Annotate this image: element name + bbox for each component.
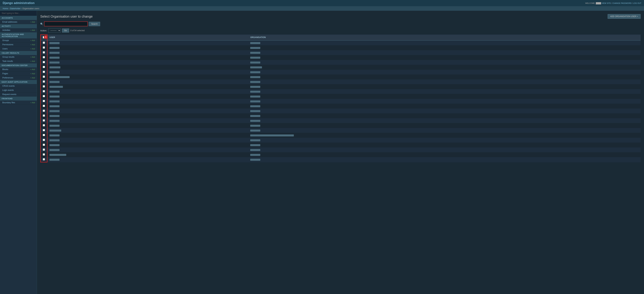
go-button[interactable]: Go (62, 28, 69, 32)
table-row[interactable] (40, 75, 641, 79)
login-events-link[interactable]: Login events (2, 89, 14, 91)
breadcrumb-home[interactable]: Home (3, 7, 8, 10)
table-row[interactable] (40, 79, 641, 84)
row-checkbox[interactable] (43, 139, 45, 141)
users-link[interactable]: Users (2, 48, 8, 50)
sidebar-item-blocks[interactable]: Blocks + Add (0, 67, 37, 72)
table-row[interactable] (40, 55, 641, 60)
email-addresses-link[interactable]: Email addresses (2, 21, 17, 23)
request-events-link[interactable]: Request events (2, 93, 16, 95)
users-add[interactable]: + Add (30, 48, 35, 50)
row-checkbox[interactable] (43, 153, 45, 156)
table-row[interactable] (40, 113, 641, 118)
row-checkbox[interactable] (43, 90, 45, 92)
crud-events-link[interactable]: CRUD events (2, 85, 14, 87)
boundary-files-add[interactable]: + Add (30, 102, 35, 104)
log-out-link[interactable]: LOG OUT (633, 2, 641, 4)
table-row[interactable] (40, 65, 641, 70)
task-results-link[interactable]: Task results (2, 60, 13, 62)
sidebar-item-email-addresses[interactable]: Email addresses + Add (0, 20, 37, 24)
sidebar-item-activities[interactable]: Activities + Add (0, 28, 37, 32)
select-all-header[interactable]: 1 (40, 35, 47, 40)
blocks-link[interactable]: Blocks (2, 68, 8, 71)
action-select[interactable]: --------- (48, 28, 61, 33)
table-row[interactable] (40, 99, 641, 104)
group-results-link[interactable]: Group results (2, 56, 14, 58)
sidebar-item-boundary-files[interactable]: Boundary files + Add (0, 101, 37, 105)
table-row[interactable] (40, 128, 641, 133)
row-checkbox[interactable] (43, 46, 45, 49)
table-row[interactable] (40, 118, 641, 123)
row-checkbox[interactable] (43, 61, 45, 63)
row-checkbox[interactable] (43, 158, 45, 160)
add-organisation-user-button[interactable]: ADD ORGANISATION USER + (608, 14, 641, 19)
table-row[interactable] (40, 60, 641, 65)
pages-link[interactable]: Pages (2, 72, 8, 75)
row-checkbox[interactable] (43, 114, 45, 117)
row-checkbox[interactable] (43, 124, 45, 126)
activities-add[interactable]: + Add (30, 29, 35, 31)
row-checkbox[interactable] (43, 85, 45, 87)
row-checkbox[interactable] (43, 105, 45, 107)
blocks-add[interactable]: + Add (30, 68, 35, 70)
table-row[interactable] (40, 143, 641, 148)
row-checkbox[interactable] (43, 95, 45, 97)
table-row[interactable] (40, 133, 641, 138)
sidebar-filter-input[interactable] (0, 11, 37, 16)
search-input[interactable] (44, 21, 88, 26)
row-checkbox[interactable] (43, 80, 45, 83)
permissions-link[interactable]: Permissions (2, 43, 13, 46)
table-row[interactable] (40, 123, 641, 128)
sidebar-item-pages[interactable]: Pages + Add (0, 72, 37, 76)
table-row[interactable] (40, 40, 641, 45)
table-row[interactable] (40, 70, 641, 75)
groups-link[interactable]: Groups (2, 39, 9, 41)
row-checkbox[interactable] (43, 144, 45, 146)
row-checkbox[interactable] (43, 110, 45, 112)
row-checkbox[interactable] (43, 51, 45, 53)
groups-add[interactable]: + Add (30, 39, 35, 41)
search-button[interactable]: Search (89, 22, 100, 26)
table-row[interactable] (40, 138, 641, 143)
row-checkbox[interactable] (43, 66, 45, 68)
permissions-add[interactable]: + Add (30, 43, 35, 46)
row-checkbox[interactable] (43, 71, 45, 73)
table-row[interactable] (40, 94, 641, 99)
sidebar-item-crud-events[interactable]: CRUD events (0, 84, 37, 88)
change-password-link[interactable]: CHANGE PASSWORD (612, 2, 632, 4)
row-checkbox[interactable] (43, 56, 45, 58)
email-addresses-add[interactable]: + Add (30, 21, 35, 23)
breadcrumb-stakeholder[interactable]: Stakeholder (10, 7, 21, 10)
sidebar-item-users[interactable]: Users + Add (0, 47, 37, 51)
organisation-column-header[interactable]: ORGANISATION (248, 35, 641, 40)
sidebar-item-groups[interactable]: Groups + Add (0, 38, 37, 42)
task-results-add[interactable]: + Add (30, 60, 35, 62)
user-column-header[interactable]: USER (47, 35, 248, 40)
row-checkbox[interactable] (43, 119, 45, 122)
sidebar-item-permissions[interactable]: Permissions + Add (0, 42, 37, 47)
table-row[interactable] (40, 148, 641, 152)
table-row[interactable] (40, 152, 641, 157)
row-checkbox[interactable] (43, 41, 45, 44)
sidebar-item-group-results[interactable]: Group results + Add (0, 55, 37, 59)
group-results-add[interactable]: + Add (30, 56, 35, 58)
table-row[interactable] (40, 84, 641, 89)
sidebar-item-preferences[interactable]: Preferences + Add (0, 76, 37, 80)
table-row[interactable] (40, 45, 641, 50)
table-row[interactable] (40, 50, 641, 55)
sidebar-item-task-results[interactable]: Task results + Add (0, 59, 37, 63)
table-row[interactable] (40, 104, 641, 109)
preferences-link[interactable]: Preferences (2, 77, 13, 79)
row-checkbox[interactable] (43, 100, 45, 102)
pages-add[interactable]: + Add (30, 73, 35, 75)
table-row[interactable] (40, 89, 641, 94)
boundary-files-link[interactable]: Boundary files (2, 101, 15, 104)
sidebar-item-request-events[interactable]: Request events (0, 92, 37, 97)
row-checkbox[interactable] (43, 134, 45, 136)
row-checkbox[interactable] (43, 129, 45, 131)
row-checkbox[interactable] (43, 149, 45, 151)
table-row[interactable] (40, 109, 641, 113)
sidebar-item-login-events[interactable]: Login events (0, 88, 37, 92)
table-row[interactable] (40, 157, 641, 162)
view-site-link[interactable]: VIEW SITE (602, 2, 611, 4)
